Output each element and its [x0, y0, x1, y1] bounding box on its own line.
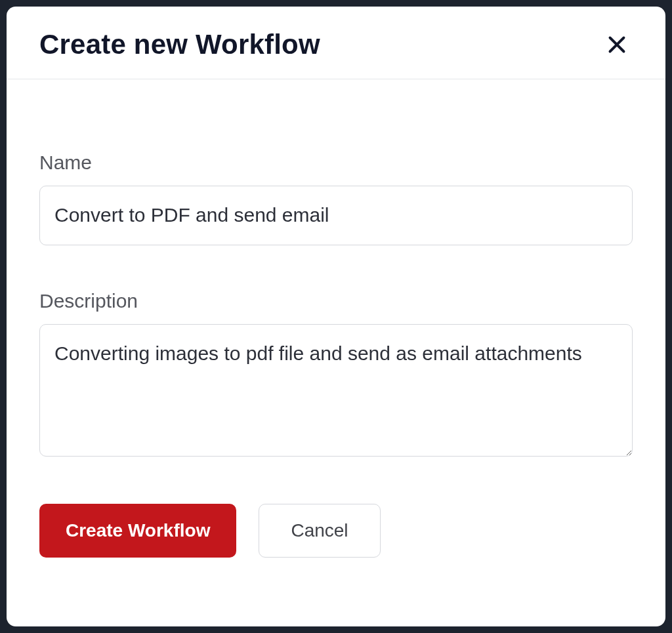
name-field: Name — [39, 152, 633, 245]
name-input[interactable] — [39, 186, 633, 245]
dialog-header: Create new Workflow — [7, 7, 665, 79]
create-workflow-dialog: Create new Workflow Name Description Cre… — [7, 7, 665, 626]
description-input[interactable] — [39, 324, 633, 457]
dialog-title: Create new Workflow — [39, 29, 320, 60]
create-workflow-button[interactable]: Create Workflow — [39, 504, 236, 558]
close-button[interactable] — [601, 29, 633, 60]
name-label: Name — [39, 152, 633, 174]
close-icon — [605, 33, 629, 56]
description-field: Description — [39, 290, 633, 459]
description-label: Description — [39, 290, 633, 312]
dialog-actions: Create Workflow Cancel — [39, 504, 633, 558]
dialog-body: Name Description Create Workflow Cancel — [7, 79, 665, 584]
cancel-button[interactable]: Cancel — [259, 504, 380, 558]
